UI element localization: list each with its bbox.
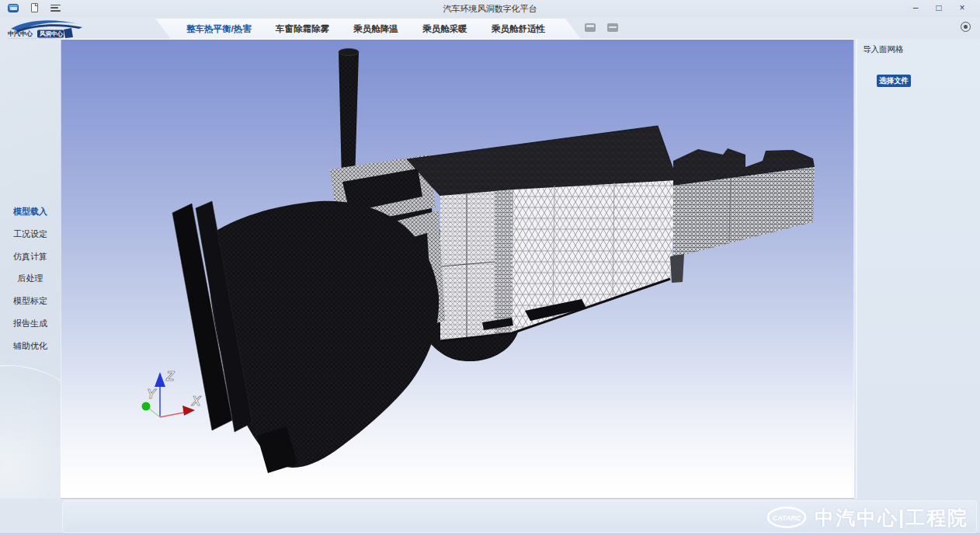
sidebar-item-condition-setup[interactable]: 工况设定	[0, 223, 61, 245]
window-title: 汽车环境风洞数字化平台	[0, 3, 980, 15]
header: 整车热平衡/热害 车窗除霜除雾 乘员舱降温 乘员舱采暖 乘员舱舒适性	[0, 17, 980, 39]
select-file-button[interactable]: 选择文件	[877, 75, 911, 87]
sidebar-item-model-load[interactable]: 模型载入	[0, 200, 61, 223]
import-mesh-label: 导入面网格	[857, 39, 980, 55]
axis-label-x: X	[191, 394, 202, 409]
footer-brand-text: 中汽中心|工程院	[815, 505, 968, 531]
sidebar-item-optimization[interactable]: 辅助优化	[0, 335, 61, 357]
sidebar-item-model-calibration[interactable]: 模型标定	[0, 290, 61, 312]
maximize-button[interactable]: □	[927, 2, 950, 16]
footer-bar: CATARC 中汽中心|工程院	[62, 500, 977, 533]
titlebar: 汽车环境风洞数字化平台 – □ ×	[0, 0, 980, 17]
sidebar-item-report[interactable]: 报告生成	[0, 312, 61, 335]
close-button[interactable]: ×	[950, 2, 974, 16]
axis-label-y: Y	[147, 387, 157, 402]
catarc-logo-text: CATARC	[773, 514, 801, 522]
app-window: 汽车环境风洞数字化平台 – □ × 整车热平衡/热害 车窗除霜除雾 乘员舱降温 …	[0, 0, 980, 536]
brand-logo: 中汽中心 风洞中心 CATARC WIND TUNNEL	[5, 17, 94, 40]
brand-badge: 风洞中心	[39, 30, 64, 37]
axis-triad: Z X Y	[142, 369, 203, 417]
catarc-logo: CATARC	[766, 506, 807, 529]
panel-collapse-icon[interactable]	[607, 23, 618, 32]
tab-bar: 整车热平衡/热害 车窗除霜除雾 乘员舱降温 乘员舱采暖 乘员舱舒适性	[186, 19, 545, 39]
tab-cabin-comfort[interactable]: 乘员舱舒适性	[492, 23, 545, 35]
sidebar-item-simulation[interactable]: 仿真计算	[0, 245, 61, 268]
viewport-3d[interactable]: Z X Y	[61, 39, 854, 499]
user-icon[interactable]	[961, 22, 971, 32]
tab-cabin-cooling[interactable]: 乘员舱降温	[353, 23, 398, 35]
brand-name: 中汽中心	[8, 30, 33, 37]
tab-vehicle-thermal[interactable]: 整车热平衡/热害	[186, 23, 252, 35]
sidebar: 模型载入 工况设定 仿真计算 后处理 模型标定 报告生成 辅助优化	[0, 39, 61, 499]
right-panel: 导入面网格 选择文件	[856, 39, 980, 499]
panel-layout-icon[interactable]	[585, 23, 596, 32]
axis-label-z: Z	[165, 369, 175, 384]
tab-defrost-defog[interactable]: 车窗除霜除雾	[276, 23, 329, 35]
bottom-edge	[0, 533, 980, 536]
mesh-model	[172, 49, 815, 474]
minimize-button[interactable]: –	[904, 2, 927, 16]
tab-cabin-heating[interactable]: 乘员舱采暖	[422, 23, 467, 35]
sidebar-item-postprocess[interactable]: 后处理	[0, 267, 61, 290]
mesh-canvas[interactable]: Z X Y	[61, 40, 855, 499]
